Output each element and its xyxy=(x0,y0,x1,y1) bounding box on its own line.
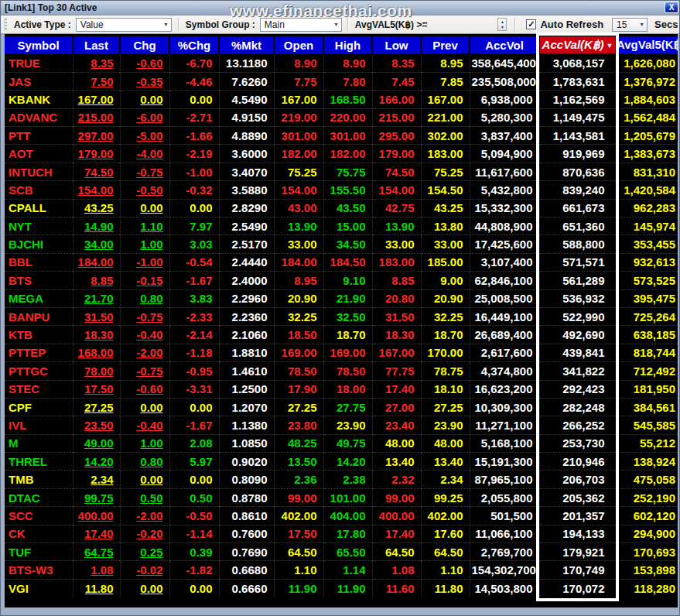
col-header-chg[interactable]: Chg xyxy=(120,36,169,54)
value-cell: 101.00 xyxy=(323,488,372,506)
symbol-cell: SCC xyxy=(5,507,73,525)
table-row[interactable]: PTTGC78.00-0.75-0.951.461078.5078.5077.7… xyxy=(5,362,678,380)
value-cell: 0.8780 xyxy=(219,488,274,506)
table-row[interactable]: M49.001.002.081.085048.2549.7548.0048.00… xyxy=(5,434,678,452)
col-header-symbol[interactable]: Symbol xyxy=(5,36,73,54)
table-row[interactable]: TRUE8.35-0.60-6.7013.11808.908.908.358.9… xyxy=(5,54,678,72)
col-header-prev[interactable]: Prev xyxy=(421,36,470,54)
table-row[interactable]: PTT297.00-5.00-1.664.8890301.00301.00295… xyxy=(5,127,678,145)
table-row[interactable]: VGI11.800.000.000.666011.9011.9011.6011.… xyxy=(5,579,678,597)
value-cell: 10,309,300 xyxy=(470,398,539,416)
value-cell: 0.6680 xyxy=(219,561,274,579)
table-row[interactable]: CPF27.250.000.001.207027.2527.7527.0027.… xyxy=(5,398,678,416)
value-cell: 34.50 xyxy=(323,235,372,253)
table-row[interactable]: NYT14.901.107.972.549013.9015.0013.9013.… xyxy=(5,217,678,235)
value-cell: 15.00 xyxy=(323,217,372,235)
table-row[interactable]: STEC17.50-0.60-3.311.250017.9018.0017.40… xyxy=(5,380,678,398)
value-cell: 17.40 xyxy=(73,525,120,542)
avgval5-filter-input[interactable]: ▲ ▼ xyxy=(427,18,507,32)
refresh-interval-select[interactable]: 15 ▼ xyxy=(612,18,648,32)
table-row[interactable]: BTS8.85-0.15-1.672.40008.959.108.859.006… xyxy=(5,272,678,289)
table-row[interactable]: THREL14.200.805.970.902013.5014.2013.401… xyxy=(5,453,678,471)
value-cell: 75.25 xyxy=(274,163,323,180)
symbol-cell: NYT xyxy=(5,217,73,235)
value-cell: 402.00 xyxy=(421,507,470,525)
col-header-accval[interactable]: AccVal(K฿)▼ xyxy=(539,36,616,54)
value-cell: 3.83 xyxy=(169,289,219,307)
value-cell: -0.75 xyxy=(120,163,169,180)
table-row[interactable]: DTAC99.750.500.500.878099.00101.0099.009… xyxy=(5,488,678,506)
value-cell: -1.00 xyxy=(169,163,219,180)
symbol-cell: TMB xyxy=(5,471,73,488)
table-row[interactable]: KBANK167.000.000.004.5490167.00168.50166… xyxy=(5,91,678,108)
value-cell: 20.90 xyxy=(274,289,323,307)
col-header-pctmkt[interactable]: %Mkt xyxy=(219,36,274,54)
value-cell: 25,008,500 xyxy=(470,289,539,307)
table-row[interactable]: JAS7.50-0.35-4.467.62607.757.807.457.852… xyxy=(5,72,678,90)
value-cell: 11.90 xyxy=(323,579,372,597)
value-cell: -2.00 xyxy=(120,507,169,525)
value-cell: -1.00 xyxy=(120,253,169,271)
value-cell: 16,623,200 xyxy=(470,380,539,398)
table-row[interactable]: AOT179.00-4.00-2.193.6000182.00182.00179… xyxy=(5,145,678,163)
table-row[interactable]: MEGA21.700.803.832.296020.9021.9020.8020… xyxy=(5,289,678,307)
symbol-group-select[interactable]: Main ▼ xyxy=(260,18,342,32)
col-header-accvol[interactable]: AccVol xyxy=(470,36,539,54)
table-row[interactable]: BTS-W31.08-0.02-1.820.66801.101.141.081.… xyxy=(5,561,678,579)
table-row[interactable]: INTUCH74.50-0.75-1.003.407075.2575.7574.… xyxy=(5,163,678,180)
value-cell: 5,094,900 xyxy=(470,145,539,163)
col-header-avgval5[interactable]: AvgVal5(K฿) xyxy=(616,36,678,54)
symbol-cell: TRUE xyxy=(5,54,73,72)
value-cell: 20.90 xyxy=(421,289,470,307)
col-header-last[interactable]: Last xyxy=(73,36,120,54)
table-row[interactable]: ADVANC215.00-6.00-2.714.9150219.00220.00… xyxy=(5,108,678,126)
toolbar-grip-handle[interactable] xyxy=(4,19,7,31)
table-row[interactable]: IVL23.50-0.40-1.671.138023.8023.9023.402… xyxy=(5,416,678,434)
col-header-low[interactable]: Low xyxy=(372,36,421,54)
table-row[interactable]: KTB18.30-0.40-2.142.106018.5018.7018.301… xyxy=(5,326,678,344)
value-cell: 1,149,475 xyxy=(539,108,616,126)
value-cell: -4.00 xyxy=(120,145,169,163)
value-cell: 11.80 xyxy=(421,579,470,597)
value-cell: 0.39 xyxy=(169,543,219,561)
value-cell: 13.40 xyxy=(372,453,421,471)
value-cell: 8.90 xyxy=(274,54,323,72)
value-cell: 184.00 xyxy=(274,253,323,271)
value-cell: -0.95 xyxy=(169,362,219,380)
value-cell: 2.36 xyxy=(274,471,323,488)
toolbar-separator xyxy=(347,18,349,32)
value-cell: 99.00 xyxy=(274,488,323,506)
value-cell: 651,360 xyxy=(539,217,616,235)
value-cell: 712,492 xyxy=(616,362,678,380)
value-cell: 4,374,800 xyxy=(470,362,539,380)
active-type-select[interactable]: Value ▼ xyxy=(76,18,172,32)
col-header-pctchg[interactable]: %Chg xyxy=(169,36,219,54)
table-row[interactable]: TMB2.340.000.000.80902.362.382.322.3487,… xyxy=(5,471,678,488)
table-row[interactable]: BJCHI34.001.003.032.517033.0034.5033.003… xyxy=(5,235,678,253)
table-row[interactable]: PTTEP168.00-2.00-1.181.8810169.00169.001… xyxy=(5,344,678,361)
table-row[interactable]: CPALL43.250.000.002.829043.0043.5042.754… xyxy=(5,199,678,217)
value-cell: 185.00 xyxy=(421,253,470,271)
table-row[interactable]: SCC400.00-2.00-0.500.8610402.00404.00400… xyxy=(5,507,678,525)
value-cell: 1.8810 xyxy=(219,344,274,361)
symbol-cell: JAS xyxy=(5,72,73,90)
table-row[interactable]: BBL184.00-1.00-0.542.4440184.00184.50183… xyxy=(5,253,678,271)
check-icon: ✓ xyxy=(528,19,535,29)
auto-refresh-checkbox[interactable]: ✓ xyxy=(526,19,536,29)
close-button[interactable]: X xyxy=(665,2,678,13)
chevron-down-icon: ▼ xyxy=(639,22,644,27)
value-cell: 2.2360 xyxy=(219,307,274,325)
col-header-high[interactable]: High xyxy=(323,36,372,54)
value-cell: 167.00 xyxy=(274,91,323,108)
value-cell: 0.7690 xyxy=(219,543,274,561)
value-cell: 282,248 xyxy=(539,398,616,416)
spinner-up-icon: ▲ xyxy=(501,19,504,25)
table-row[interactable]: CK17.40-0.20-1.140.760017.5017.8017.4017… xyxy=(5,525,678,542)
value-cell: 18.10 xyxy=(421,380,470,398)
table-row[interactable]: BANPU31.50-0.75-2.332.236032.2532.5031.5… xyxy=(5,307,678,325)
avgval5-spinner[interactable]: ▲ ▼ xyxy=(497,18,507,31)
table-row[interactable]: SCB154.00-0.50-0.323.5880154.00155.50154… xyxy=(5,181,678,199)
table-row[interactable]: TUF64.750.250.390.769064.5065.5064.5064.… xyxy=(5,543,678,561)
col-header-open[interactable]: Open xyxy=(274,36,323,54)
value-cell: 99.25 xyxy=(421,488,470,506)
